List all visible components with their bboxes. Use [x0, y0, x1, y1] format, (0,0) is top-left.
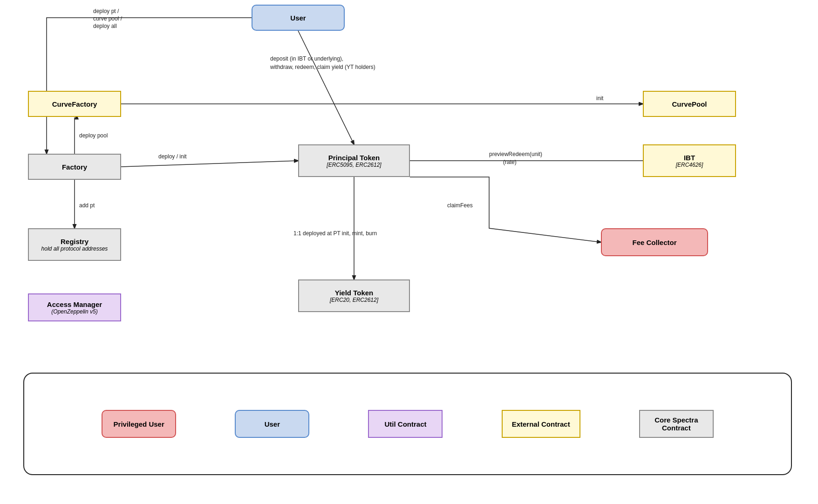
curve-factory-label: CurveFactory: [52, 100, 97, 108]
principal-token-label: Principal Token: [328, 154, 380, 162]
legend-util-label: Util Contract: [384, 420, 426, 428]
ibt-label: IBT: [684, 154, 695, 162]
legend-core-label: Core Spectra Contract: [654, 416, 698, 432]
curve-pool-label: CurvePool: [672, 100, 707, 108]
legend-util-contract: Util Contract: [368, 410, 443, 438]
node-yield-token: Yield Token [ERC20, ERC2612]: [298, 279, 410, 312]
access-manager-label: Access Manager: [47, 300, 102, 308]
legend-user-label: User: [265, 420, 280, 428]
fee-collector-label: Fee Collector: [632, 238, 676, 246]
legend-node-external: External Contract: [502, 410, 580, 438]
svg-line-0: [298, 31, 354, 144]
node-registry: Registry hold all protocol addresses: [28, 228, 121, 261]
diagram: deploy pt / curve pool / deploy all depo…: [0, 0, 818, 363]
label-rate: (rate): [503, 159, 517, 165]
label-deploy-init: deploy / init: [158, 153, 187, 160]
label-deploy-all: deploy all: [93, 23, 117, 29]
node-curve-pool: CurvePool: [643, 91, 736, 117]
legend-privileged-user: Privileged User: [102, 410, 176, 438]
legend-container: Privileged User User Util Contract Exter…: [23, 373, 792, 475]
node-curve-factory: CurveFactory: [28, 91, 121, 117]
legend-user: User: [235, 410, 309, 438]
legend-external-label: External Contract: [512, 420, 570, 428]
label-add-pt: add pt: [79, 202, 95, 209]
node-principal-token: Principal Token [ERC5095, ERC2612]: [298, 144, 410, 177]
label-deploy-pool: deploy pool: [79, 132, 108, 139]
node-user: User: [252, 5, 345, 31]
label-deployed-at-pt: 1:1 deployed at PT init, mint, burn: [293, 230, 377, 237]
registry-subtitle: hold all protocol addresses: [41, 245, 108, 252]
yield-token-label: Yield Token: [335, 289, 374, 297]
label-claim-fees: claimFees: [447, 202, 473, 209]
legend-privileged-label: Privileged User: [114, 420, 164, 428]
principal-token-subtitle: [ERC5095, ERC2612]: [327, 162, 381, 168]
legend-node-privileged: Privileged User: [102, 410, 176, 438]
factory-label: Factory: [62, 163, 87, 171]
legend-node-core: Core Spectra Contract: [639, 410, 714, 438]
svg-line-3: [121, 161, 298, 167]
legend-external-contract: External Contract: [502, 410, 580, 438]
label-init: init: [596, 95, 604, 102]
label-curve-pool: curve pool /: [93, 15, 123, 22]
ibt-subtitle: [ERC4626]: [676, 162, 703, 168]
label-deposit: deposit (in IBT or underlying),: [270, 55, 343, 62]
label-withdraw: withdraw, redeem, claim yield (YT holder…: [270, 64, 375, 70]
node-ibt: IBT [ERC4626]: [643, 144, 736, 177]
node-fee-collector: Fee Collector: [601, 228, 708, 256]
node-access-manager: Access Manager (OpenZeppelin v5): [28, 293, 121, 321]
registry-label: Registry: [61, 238, 89, 245]
user-label: User: [290, 14, 306, 22]
yield-token-subtitle: [ERC20, ERC2612]: [330, 297, 378, 303]
legend-node-util: Util Contract: [368, 410, 443, 438]
node-factory: Factory: [28, 154, 121, 180]
label-preview-redeem: previewRedeem(unit): [489, 151, 542, 157]
access-manager-subtitle: (OpenZeppelin v5): [51, 308, 97, 315]
label-deploy-pt: deploy pt /: [93, 8, 119, 14]
legend-core-spectra: Core Spectra Contract: [639, 410, 714, 438]
legend-node-user: User: [235, 410, 309, 438]
